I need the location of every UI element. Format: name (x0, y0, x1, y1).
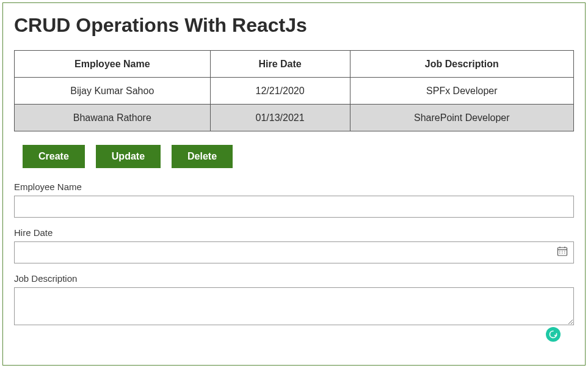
label-hire-date: Hire Date (14, 227, 574, 238)
col-header-name: Employee Name (15, 51, 211, 78)
cell-job: SharePoint Developer (350, 105, 573, 131)
col-header-date: Hire Date (210, 51, 350, 78)
grammarly-icon[interactable] (546, 327, 561, 342)
col-header-job: Job Description (350, 51, 573, 78)
table-row[interactable]: Bhawana Rathore 01/13/2021 SharePoint De… (15, 105, 574, 131)
action-button-row: Create Update Delete (23, 145, 574, 168)
page-frame: CRUD Operations With ReactJs Employee Na… (2, 2, 586, 366)
update-button[interactable]: Update (96, 145, 161, 168)
input-hire-date[interactable] (14, 241, 574, 263)
create-button[interactable]: Create (23, 145, 85, 168)
cell-hire-date: 12/21/2020 (210, 78, 350, 105)
table-header-row: Employee Name Hire Date Job Description (15, 51, 574, 78)
input-employee-name[interactable] (14, 196, 574, 218)
field-hire-date: Hire Date (14, 227, 574, 263)
delete-button[interactable]: Delete (172, 145, 233, 168)
date-input-wrapper (14, 241, 574, 263)
cell-name: Bijay Kumar Sahoo (15, 78, 211, 105)
table-row[interactable]: Bijay Kumar Sahoo 12/21/2020 SPFx Develo… (15, 78, 574, 105)
label-job-description: Job Description (14, 273, 574, 284)
employee-table: Employee Name Hire Date Job Description … (14, 50, 574, 131)
textarea-job-description[interactable] (14, 287, 574, 325)
cell-hire-date: 01/13/2021 (210, 105, 350, 131)
cell-name: Bhawana Rathore (15, 105, 211, 131)
field-job-description: Job Description (14, 273, 574, 328)
page-title: CRUD Operations With ReactJs (14, 14, 574, 37)
cell-job: SPFx Developer (350, 78, 573, 105)
field-employee-name: Employee Name (14, 182, 574, 218)
label-employee-name: Employee Name (14, 182, 574, 192)
